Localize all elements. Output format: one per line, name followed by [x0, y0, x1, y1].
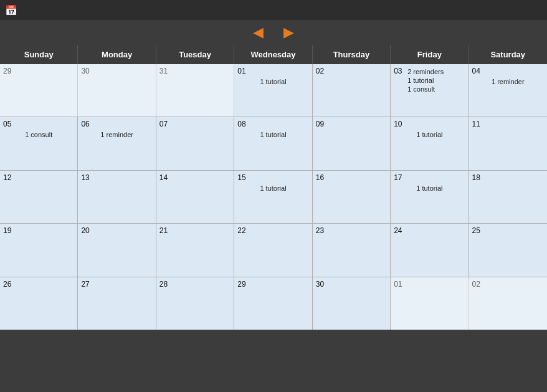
- day-headers-row: Sunday Monday Tuesday Wednesday Thursday…: [0, 45, 547, 64]
- day-cell[interactable]: 26: [0, 277, 78, 330]
- day-cell[interactable]: 011 tutorial: [234, 64, 312, 117]
- calendar-window: 📅 ◀ ▶ Sunday Monday Tuesday Wednesday Th…: [0, 0, 547, 392]
- event-label: 1 consult: [25, 131, 52, 138]
- event-label: 1 tutorial: [260, 184, 286, 192]
- week-row-4: 26272829300102: [0, 277, 547, 330]
- day-number: 24: [394, 226, 402, 235]
- header-monday: Monday: [78, 45, 156, 64]
- day-number: 22: [237, 226, 245, 235]
- day-cell[interactable]: 12: [0, 171, 78, 223]
- week-row-3: 19202122232425: [0, 224, 547, 277]
- day-cell[interactable]: 02: [313, 64, 391, 117]
- prev-month-button[interactable]: ◀: [253, 26, 264, 39]
- day-cell[interactable]: 31: [156, 64, 234, 117]
- day-number: 17: [394, 173, 402, 182]
- day-cell[interactable]: 29: [0, 64, 78, 117]
- day-number: 30: [316, 280, 324, 289]
- day-cell[interactable]: 041 reminder: [469, 64, 547, 117]
- sidebar-events: 2 reminders1 tutorial1 consult: [407, 67, 444, 93]
- day-number: 19: [3, 226, 11, 235]
- day-number: 04: [472, 67, 480, 75]
- event-label: 1 reminder: [492, 78, 525, 85]
- day-number: 05: [3, 120, 11, 128]
- day-cell[interactable]: 13: [78, 171, 156, 223]
- day-cell[interactable]: 051 consult: [0, 117, 78, 170]
- day-number: 30: [81, 67, 89, 75]
- day-cell[interactable]: 061 reminder: [78, 117, 156, 170]
- day-number: 09: [316, 120, 324, 128]
- navbar: ◀ ▶: [0, 20, 547, 45]
- day-number: 16: [316, 173, 324, 182]
- day-cell[interactable]: 11: [469, 117, 547, 170]
- next-month-button[interactable]: ▶: [283, 26, 294, 39]
- week-row-2: 121314151 tutorial16171 tutorial18: [0, 171, 547, 224]
- day-cell[interactable]: 21: [156, 224, 234, 276]
- day-cell[interactable]: 20: [78, 224, 156, 276]
- day-cell[interactable]: 23: [313, 224, 391, 276]
- week-row-1: 051 consult061 reminder07081 tutorial091…: [0, 117, 547, 170]
- day-number: 06: [81, 120, 89, 128]
- day-cell[interactable]: 02: [469, 277, 547, 330]
- day-cell[interactable]: 032 reminders1 tutorial1 consult: [391, 64, 469, 117]
- titlebar: 📅: [0, 0, 547, 20]
- close-button[interactable]: [513, 0, 542, 20]
- day-number: 25: [472, 226, 480, 235]
- day-cell[interactable]: 14: [156, 171, 234, 223]
- day-number: 27: [81, 280, 89, 289]
- day-cell[interactable]: 151 tutorial: [234, 171, 312, 223]
- bottom-area: [0, 330, 547, 392]
- header-thursday: Thursday: [313, 45, 391, 64]
- day-cell[interactable]: 171 tutorial: [391, 171, 469, 223]
- weeks-container: 293031011 tutorial02032 reminders1 tutor…: [0, 64, 547, 330]
- day-cell[interactable]: 30: [313, 277, 391, 330]
- day-cell[interactable]: 18: [469, 171, 547, 223]
- maximize-button[interactable]: [485, 0, 513, 20]
- header-tuesday: Tuesday: [156, 45, 234, 64]
- day-cell[interactable]: 01: [391, 277, 469, 330]
- day-cell[interactable]: 16: [313, 171, 391, 223]
- day-number: 01: [237, 67, 245, 75]
- day-cell[interactable]: 27: [78, 277, 156, 330]
- day-cell[interactable]: 07: [156, 117, 234, 170]
- day-number: 11: [472, 120, 480, 128]
- event-label: 1 tutorial: [407, 77, 434, 84]
- event-label: 1 reminder: [100, 131, 133, 138]
- day-number: 20: [81, 226, 89, 235]
- header-friday: Friday: [391, 45, 469, 64]
- day-number: 14: [159, 173, 168, 182]
- day-number: 31: [159, 67, 168, 75]
- window-controls: [456, 0, 542, 20]
- day-number: 18: [472, 173, 480, 182]
- day-number: 02: [472, 280, 480, 289]
- day-number: 21: [159, 226, 168, 235]
- event-label: 1 tutorial: [416, 131, 442, 138]
- week-row-0: 293031011 tutorial02032 reminders1 tutor…: [0, 64, 547, 117]
- day-number: 03: [394, 67, 406, 75]
- day-number: 28: [159, 280, 168, 289]
- day-cell[interactable]: 081 tutorial: [234, 117, 312, 170]
- day-cell[interactable]: 19: [0, 224, 78, 276]
- minimize-button[interactable]: [456, 0, 485, 20]
- calendar-icon: 📅: [5, 4, 17, 16]
- day-cell[interactable]: 25: [469, 224, 547, 276]
- calendar-grid: Sunday Monday Tuesday Wednesday Thursday…: [0, 45, 547, 330]
- day-cell[interactable]: 29: [234, 277, 312, 330]
- day-number: 08: [237, 120, 245, 128]
- day-cell[interactable]: 28: [156, 277, 234, 330]
- day-cell[interactable]: 09: [313, 117, 391, 170]
- event-label: 1 consult: [407, 85, 435, 93]
- day-cell[interactable]: 24: [391, 224, 469, 276]
- header-sunday: Sunday: [0, 45, 78, 64]
- event-label: 1 tutorial: [260, 131, 286, 138]
- day-number: 12: [3, 173, 11, 182]
- day-number: 29: [237, 280, 245, 289]
- day-cell[interactable]: 30: [78, 64, 156, 117]
- day-number: 29: [3, 67, 11, 75]
- header-saturday: Saturday: [469, 45, 547, 64]
- day-cell[interactable]: 101 tutorial: [391, 117, 469, 170]
- day-number: 01: [394, 280, 402, 289]
- day-number: 26: [3, 280, 11, 289]
- day-cell[interactable]: 22: [234, 224, 312, 276]
- day-number: 23: [316, 226, 324, 235]
- day-number: 07: [159, 120, 168, 128]
